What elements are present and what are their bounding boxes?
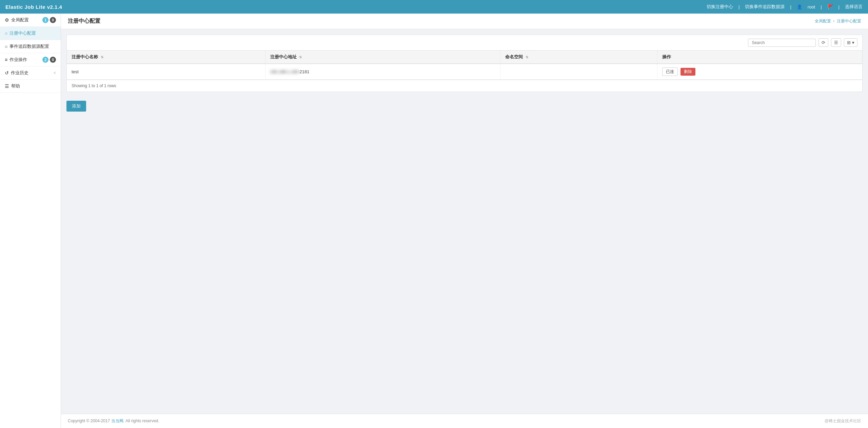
breadcrumb-home[interactable]: 全局配置 [815,19,831,23]
sidebar-item-global-config[interactable]: ⚙ 全局配置 1 0 [0,14,61,27]
sidebar-label-help: 帮助 [11,83,20,89]
refresh-icon: ⟳ [822,40,825,45]
main-area: 注册中心配置 全局配置 › 注册中心配置 ⟳ ☰ [61,14,868,428]
select-language-link[interactable]: 选择语言 [845,4,863,10]
address-hidden: 192.168.1.100 [270,69,298,74]
cell-name: test [67,64,265,80]
grid-view-icon: ⊞ ▾ [847,40,854,45]
sidebar-label-event-trace: 事件追踪数据源配置 [9,43,49,50]
footer: Copyright © 2004-2017 当当网. All rights re… [61,414,868,428]
registry-table: 注册中心名称 ⇅ 注册中心地址 ⇅ 命名空间 ⇅ [67,51,862,80]
col-header-address: 注册中心地址 ⇅ [265,51,500,64]
col-header-actions: 操作 [657,51,862,64]
content-area: 注册中心配置 全局配置 › 注册中心配置 ⟳ ☰ [61,14,868,414]
sidebar-label-global-config: 全局配置 [11,17,29,23]
switch-registry-link[interactable]: 切换注册中心 [707,4,733,10]
table-header-row: 注册中心名称 ⇅ 注册中心地址 ⇅ 命名空间 ⇅ [67,51,862,64]
sidebar-item-job-history[interactable]: ↺ 作业历史 < [0,66,61,80]
top-navigation: Elastic Job Lite v2.1.4 切换注册中心 | 切换事件追踪数… [0,0,868,14]
gear-icon: ⚙ [5,17,9,23]
sidebar-badges-job-operation: 2 0 [42,57,56,63]
circle-icon-event: ○ [5,44,7,49]
sort-icon-address[interactable]: ⇅ [299,55,302,59]
refresh-button[interactable]: ⟳ [818,38,828,47]
list-icon: ≡ [5,57,7,62]
sidebar: ⚙ 全局配置 1 0 ○ 注册中心配置 ○ 事件追踪数据源配置 ≡ 作业操作 2… [0,14,61,428]
badge-dark-1: 0 [50,17,56,23]
add-button-container: 添加 [61,97,868,115]
col-header-namespace: 命名空间 ⇅ [500,51,657,64]
badge-dark-job: 0 [50,57,56,63]
badge-blue-1: 1 [42,17,48,23]
main-layout: ⚙ 全局配置 1 0 ○ 注册中心配置 ○ 事件追踪数据源配置 ≡ 作业操作 2… [0,14,868,428]
table-toolbar: ⟳ ☰ ⊞ ▾ [67,35,862,51]
cell-namespace [500,64,657,80]
grid-view-button[interactable]: ⊞ ▾ [844,38,857,47]
table-container: ⟳ ☰ ⊞ ▾ 注册中心名称 ⇅ [66,35,863,92]
sidebar-label-job-operation: 作业操作 [9,57,27,63]
sidebar-label-registry-config: 注册中心配置 [9,30,36,36]
footer-copyright: Copyright © 2004-2017 [68,419,111,423]
sidebar-item-registry-config[interactable]: ○ 注册中心配置 [0,27,61,40]
delete-button[interactable]: 删除 [680,68,695,76]
sidebar-item-job-operation[interactable]: ≡ 作业操作 2 0 [0,53,61,66]
app-title: Elastic Job Lite v2.1.4 [5,4,62,10]
collapse-icon[interactable]: < [54,71,56,75]
breadcrumb: 全局配置 › 注册中心配置 [815,18,861,24]
pagination-info: Showing 1 to 1 of 1 rows [67,80,862,92]
sidebar-item-event-trace-config[interactable]: ○ 事件追踪数据源配置 [0,40,61,53]
help-icon: ☰ [5,83,9,89]
sort-icon-namespace[interactable]: ⇅ [526,55,528,59]
search-input[interactable] [748,39,816,47]
circle-icon-registry: ○ [5,31,7,36]
cell-actions: 已连 删除 [657,64,862,80]
connected-button[interactable]: 已连 [662,67,678,76]
sidebar-label-job-history: 作业历史 [11,70,28,76]
badge-blue-job: 2 [42,57,48,63]
switch-event-source-link[interactable]: 切换事件追踪数据源 [745,4,785,10]
flag-icon: 🚩 [827,4,833,9]
sort-icon-name[interactable]: ⇅ [101,55,103,59]
top-nav-right: 切换注册中心 | 切换事件追踪数据源 | 👤 root | 🚩 | 选择语言 [707,4,863,10]
page-header: 注册中心配置 全局配置 › 注册中心配置 [61,14,868,29]
add-button[interactable]: 添加 [66,101,86,112]
list-view-button[interactable]: ☰ [831,38,841,47]
user-icon: 👤 [797,4,802,9]
table-row: test 192.168.1.100:2181 已连 删除 [67,64,862,80]
address-port: :2181 [298,69,310,74]
username: root [808,4,815,9]
col-header-name: 注册中心名称 ⇅ [67,51,265,64]
footer-link[interactable]: 当当网 [111,419,123,423]
footer-rights: . All rights reserved. [123,419,159,423]
breadcrumb-current: 注册中心配置 [837,19,861,23]
history-icon: ↺ [5,70,9,76]
footer-watermark: @稀土掘金技术社区 [825,418,861,424]
page-title: 注册中心配置 [68,18,100,25]
list-view-icon: ☰ [834,40,838,45]
sidebar-badges-global-config: 1 0 [42,17,56,23]
sidebar-item-help[interactable]: ☰ 帮助 [0,80,61,93]
cell-address: 192.168.1.100:2181 [265,64,500,80]
